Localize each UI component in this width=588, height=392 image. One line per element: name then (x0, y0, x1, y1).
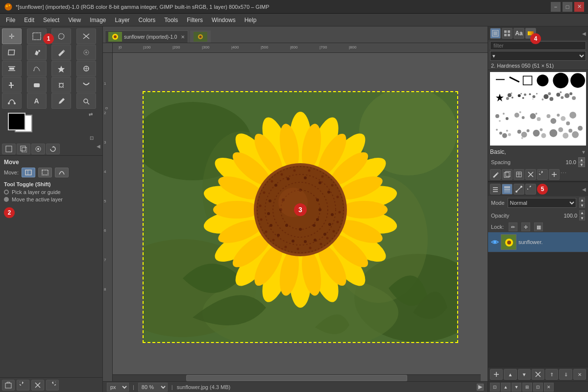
layers-panel-collapse[interactable]: ◀ (582, 187, 586, 192)
image-tab-2[interactable] (190, 30, 211, 43)
brush-edit-btn[interactable] (490, 169, 501, 180)
menu-help[interactable]: Help (241, 16, 261, 24)
layer-step-up-btn[interactable]: ⇑ (545, 369, 558, 380)
move-selection-btn[interactable] (38, 168, 52, 177)
brush-delete-btn[interactable] (525, 169, 536, 180)
fonts-tab[interactable]: Aa (514, 28, 524, 39)
layer-item[interactable]: sunflower. (488, 232, 588, 252)
brush-undo-btn[interactable] (537, 169, 548, 180)
radio-move-active[interactable] (4, 197, 9, 202)
right-bottom-btn2[interactable]: ▲ (501, 383, 511, 392)
brush-panel-expand[interactable]: ▾ (490, 51, 586, 61)
close-button[interactable]: ✕ (574, 2, 584, 12)
paths-tab[interactable] (514, 184, 524, 195)
tab-close-1[interactable]: ✕ (181, 34, 185, 40)
brush-refresh-btn[interactable] (514, 169, 524, 180)
tool-align[interactable] (2, 61, 22, 76)
blend-mode-select[interactable]: Normal Multiply Screen (508, 198, 576, 208)
brushes-tab[interactable] (490, 28, 501, 39)
layer-more-btn[interactable]: ✕ (573, 369, 586, 380)
tool-move[interactable]: ✛ (2, 28, 22, 44)
right-bottom-btn3[interactable]: ▼ (512, 383, 521, 392)
tool-scissor[interactable] (76, 28, 96, 44)
scroll-thumb-h[interactable] (186, 375, 407, 381)
reset-colors[interactable]: ⊡ (90, 135, 94, 141)
tool-clone[interactable] (76, 61, 96, 76)
spacing-down-btn[interactable]: ▼ (578, 162, 585, 167)
layer-delete-btn[interactable] (532, 369, 544, 380)
menu-file[interactable]: File (2, 16, 19, 24)
lock-alpha-btn[interactable]: ▦ (534, 222, 543, 231)
tool-search[interactable] (76, 93, 96, 109)
redo-btn[interactable] (46, 380, 59, 391)
patterns-tab[interactable] (502, 28, 513, 39)
brush-copy-btn[interactable] (502, 169, 513, 180)
layer-down-btn[interactable]: ▼ (518, 369, 531, 380)
right-bottom-btn6[interactable]: ✕ (544, 383, 554, 392)
mode-image[interactable] (17, 144, 30, 154)
zoom-select[interactable]: 80 % 100 % 50 % (138, 383, 168, 392)
tool-lasso[interactable] (51, 28, 71, 44)
undo-history-tab[interactable] (525, 184, 536, 195)
channels-tab[interactable] (490, 184, 501, 195)
right-bottom-btn1[interactable]: ⊡ (490, 383, 500, 392)
right-bottom-btn4[interactable]: ⊞ (522, 383, 532, 392)
mode-down-btn[interactable]: ▼ (579, 203, 585, 208)
foreground-color[interactable] (8, 113, 25, 130)
tool-eraser[interactable] (27, 77, 47, 93)
tool-free-select[interactable] (27, 61, 47, 76)
menu-windows[interactable]: Windows (208, 16, 240, 24)
spacing-up-btn[interactable]: ▲ (578, 157, 585, 162)
minimize-button[interactable]: − (551, 2, 561, 12)
canvas-scroll[interactable]: 3 (113, 53, 488, 381)
tool-blur[interactable] (76, 45, 96, 60)
brush-category-expand[interactable]: ▼ (581, 149, 586, 155)
mode-up-btn[interactable]: ▲ (579, 197, 585, 202)
move-layer-btn[interactable] (22, 168, 35, 177)
tool-text[interactable]: A (27, 93, 47, 109)
brush-more-btn[interactable]: ··· (561, 169, 567, 180)
menu-colors[interactable]: Colors (135, 16, 160, 24)
lock-paint-btn[interactable]: ✏ (509, 222, 517, 231)
tool-airbrush[interactable] (51, 77, 71, 93)
tool-transform[interactable] (2, 45, 22, 60)
menu-edit[interactable]: Edit (20, 16, 38, 24)
menu-image[interactable]: Image (86, 16, 110, 24)
tool-heal[interactable] (2, 77, 22, 93)
clear-btn[interactable] (31, 380, 44, 391)
tool-picker[interactable] (51, 93, 71, 109)
tool-fuzzy[interactable] (51, 61, 71, 76)
opacity-up-btn[interactable]: ▲ (579, 210, 585, 215)
layer-step-down-btn[interactable]: ⇓ (559, 369, 572, 380)
brush-panel-collapse[interactable]: ◀ (582, 31, 586, 36)
tool-pencil[interactable] (51, 45, 71, 60)
lock-position-btn[interactable]: ✛ (521, 222, 530, 231)
tool-smudge[interactable] (76, 77, 96, 93)
layer-up-btn[interactable]: ▲ (504, 369, 516, 380)
right-bottom-btn5[interactable]: ⊡ (533, 383, 543, 392)
maximize-button[interactable]: □ (563, 2, 572, 12)
menu-filters[interactable]: Filters (183, 16, 207, 24)
menu-layer[interactable]: Layer (111, 16, 134, 24)
tool-bucket[interactable] (27, 45, 47, 60)
tool-path[interactable] (2, 93, 22, 109)
new-image-btn[interactable] (2, 380, 15, 391)
mode-rotate[interactable] (46, 144, 60, 154)
scroll-h[interactable] (113, 374, 481, 381)
radio-pick-layer[interactable] (4, 190, 9, 195)
swap-colors[interactable]: ⇄ (89, 112, 93, 117)
image-tab-1[interactable]: sunflower (imported)-1.0 ✕ (105, 30, 188, 43)
opacity-down-btn[interactable]: ▼ (579, 216, 585, 220)
undo-btn[interactable] (17, 380, 29, 391)
mode-new[interactable] (2, 144, 16, 154)
unit-select[interactable]: px mm in (107, 383, 129, 392)
menu-tools[interactable]: Tools (160, 16, 182, 24)
scroll-end-btn[interactable]: ▶ (477, 384, 484, 391)
move-path-btn[interactable] (55, 168, 69, 177)
toolbox-collapse[interactable]: ◀ (97, 144, 100, 154)
layers-tab[interactable] (502, 184, 513, 195)
brush-new-btn[interactable] (549, 169, 560, 180)
menu-view[interactable]: View (64, 16, 85, 24)
layer-new-btn[interactable] (490, 369, 503, 380)
mode-active[interactable] (31, 144, 45, 154)
